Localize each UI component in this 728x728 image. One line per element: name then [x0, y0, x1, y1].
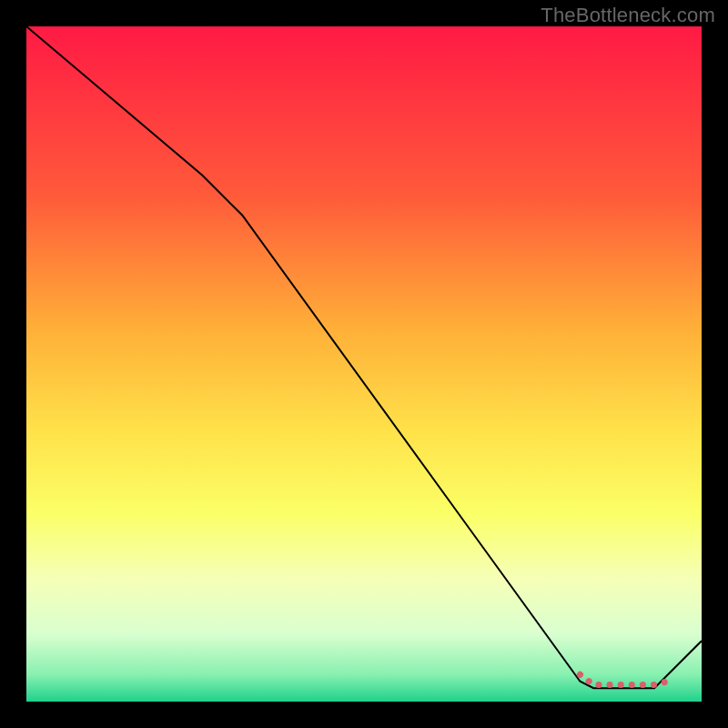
gradient-background	[26, 26, 702, 702]
chart-svg	[26, 26, 702, 702]
plot-area	[26, 26, 702, 702]
chart-frame: TheBottleneck.com	[0, 0, 728, 728]
watermark-text: TheBottleneck.com	[541, 4, 715, 27]
